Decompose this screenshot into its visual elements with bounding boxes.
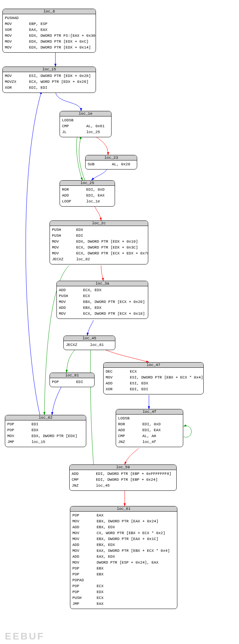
- mnemonic: ADD: [59, 287, 83, 293]
- mnemonic: MOV: [72, 560, 97, 566]
- instruction-row: MOVEBP, ESP: [5, 21, 94, 27]
- mnemonic: MOV: [106, 375, 130, 381]
- block-loc_1e[interactable]: loc_1e LODSBCMPAL, 0x61JLloc_25: [60, 111, 112, 137]
- instruction-row: JMPEAX: [72, 601, 175, 607]
- block-loc_25[interactable]: loc_25 ROREDI, 0xDADDEDI, EAXLOOPloc_1e: [60, 180, 115, 207]
- mnemonic: ADD: [118, 427, 142, 433]
- mnemonic: CMP: [72, 477, 96, 483]
- block-title: loc_6: [3, 9, 96, 14]
- mnemonic: POP: [72, 589, 97, 595]
- mnemonic: POP: [7, 427, 32, 433]
- instruction-row: POPAD: [72, 577, 175, 583]
- block-loc_15[interactable]: loc_15 MOVESI, DWORD PTR [EDX + 0x28]MOV…: [2, 67, 96, 93]
- operands: ESI, EDX: [130, 381, 148, 385]
- instruction-row: JNZloc_4f: [118, 439, 181, 445]
- operands: EDX, DWORD PTR [EDX + 0x10]: [76, 240, 138, 244]
- instruction-row: PUSHEDI: [52, 233, 146, 239]
- mnemonic: CMP: [118, 433, 142, 439]
- block-loc_82[interactable]: loc_82 POPEDIPOPEDXMOVEDX, DWORD PTR [ED…: [5, 415, 86, 447]
- block-title: loc_23: [86, 155, 137, 160]
- operands: EDI, 0xD: [142, 422, 161, 426]
- operands: EBX, EDX: [83, 306, 101, 310]
- block-body: SUBAL, 0x20: [86, 160, 137, 169]
- operands: ECX, EDX: [83, 288, 101, 292]
- instruction-row: MOVECX, DWORD PTR [ECX + EDX + 0x78]: [52, 251, 146, 256]
- mnemonic: POP: [72, 583, 97, 589]
- block-title: loc_82: [5, 415, 86, 420]
- block-title: loc_4f: [116, 409, 183, 415]
- mnemonic: MOV: [72, 530, 97, 536]
- mnemonic: POP: [7, 421, 32, 427]
- instruction-row: XOREDI, EDI: [106, 386, 201, 392]
- mnemonic: POPAD: [72, 577, 97, 583]
- mnemonic: MOV: [7, 433, 32, 439]
- operands: EDI: [76, 234, 83, 238]
- instruction-row: ADDEBX, EDX: [72, 542, 175, 548]
- mnemonic: MOV: [52, 239, 76, 245]
- operands: EBX, EDX: [97, 525, 115, 529]
- instruction-row: MOVCX, WORD PTR [EBX + ECX * 0x2]: [72, 530, 175, 536]
- instruction-row: LODSB: [118, 416, 181, 421]
- operands: EBP, ESP: [29, 22, 47, 26]
- mnemonic: CMP: [62, 123, 86, 129]
- mnemonic: XOR: [106, 386, 130, 392]
- operands: EAX: [97, 513, 104, 517]
- instruction-row: ADDEBX, EDX: [72, 524, 175, 530]
- block-loc_45[interactable]: loc_45 JECXZloc_81: [63, 336, 115, 350]
- block-loc_23[interactable]: loc_23 SUBAL, 0x20: [85, 155, 137, 169]
- mnemonic: JL: [62, 129, 86, 135]
- watermark: EEBUF: [5, 631, 45, 642]
- operands: EBX: [97, 566, 104, 571]
- instruction-row: JECXZloc_81: [66, 342, 113, 348]
- block-loc_47[interactable]: loc_47 DECECXMOVESI, DWORD PTR [EBX + EC…: [103, 362, 204, 394]
- mnemonic: MOV: [59, 299, 83, 305]
- mnemonic: PUSH: [52, 233, 76, 239]
- instruction-row: JMPloc_15: [7, 439, 84, 445]
- mnemonic: ADD: [72, 554, 97, 560]
- block-body: PUSHEDXPUSHEDIMOVEDX, DWORD PTR [EDX + 0…: [50, 226, 148, 264]
- instruction-row: ADDEBX, EDX: [59, 305, 146, 311]
- block-loc_2c[interactable]: loc_2c PUSHEDXPUSHEDIMOVEDX, DWORD PTR […: [50, 220, 148, 264]
- operands: loc_25: [86, 130, 100, 134]
- mnemonic: POP: [72, 513, 97, 519]
- mnemonic: JNZ: [72, 483, 96, 489]
- mnemonic: XOR: [5, 85, 29, 91]
- operands: DWORD PTR [ESP + 0x24], EAX: [97, 560, 158, 565]
- operands: ECX, DWORD PTR [EDX + 0x3C]: [76, 245, 138, 250]
- instruction-row: MOVEDX, DWORD PTR FS:[EAX + 0x30]: [5, 33, 94, 39]
- mnemonic: MOVZX: [5, 79, 29, 85]
- mnemonic: ROR: [62, 187, 86, 193]
- mnemonic: ADD: [72, 524, 97, 530]
- mnemonic: PUSH: [52, 227, 76, 233]
- mnemonic: PUSH: [72, 595, 97, 601]
- block-loc_61[interactable]: loc_61 POPEAXMOVEBX, DWORD PTR [EAX + 0x…: [70, 506, 177, 609]
- operands: EAX, EDX: [97, 555, 115, 559]
- instruction-row: PUSHEDX: [52, 227, 146, 233]
- block-loc_59[interactable]: loc_59 ADDEDI, DWORD PTR [EBP + 0xFFFFFF…: [69, 464, 177, 491]
- block-title: loc_3a: [57, 281, 148, 286]
- block-title: loc_15: [3, 67, 96, 72]
- operands: EDI, 0xD: [86, 188, 105, 192]
- operands: AL, AH: [142, 434, 156, 438]
- instruction-row: POPEBX: [72, 566, 175, 572]
- block-loc_3a[interactable]: loc_3a ADDECX, EDXPUSHECXMOVEBX, DWORD P…: [56, 281, 148, 319]
- instruction-row: PUSHECX: [72, 595, 175, 601]
- mnemonic: PUSH: [59, 293, 83, 299]
- operands: EDI, DWORD PTR [EBP + 0x24]: [96, 478, 158, 482]
- block-loc_6[interactable]: loc_6 PUSHADMOVEBP, ESPXOREAX, EAXMOVEDX…: [2, 9, 96, 53]
- mnemonic: MOV: [5, 21, 29, 27]
- instruction-row: POPEDX: [72, 589, 175, 595]
- block-loc_4f[interactable]: loc_4f LODSBROREDI, 0xDADDEDI, EAXCMPAL,…: [116, 409, 183, 447]
- mnemonic: ADD: [72, 471, 96, 477]
- mnemonic: ADD: [106, 381, 130, 386]
- instruction-row: MOVEBX, DWORD PTR [EAX + 0x1C]: [72, 536, 175, 542]
- operands: EBX, DWORD PTR [ECX + 0x20]: [83, 300, 145, 304]
- operands: EDI: [76, 380, 83, 384]
- instruction-row: ADDESI, EDX: [106, 381, 201, 386]
- mnemonic: ADD: [62, 193, 86, 199]
- instruction-row: ROREDI, 0xD: [118, 421, 181, 427]
- operands: loc_82: [76, 257, 90, 261]
- operands: loc_15: [32, 440, 45, 444]
- block-body: MOVESI, DWORD PTR [EDX + 0x28]MOVZXECX, …: [3, 72, 96, 93]
- block-loc_81[interactable]: loc_81 POPEDI: [50, 373, 95, 387]
